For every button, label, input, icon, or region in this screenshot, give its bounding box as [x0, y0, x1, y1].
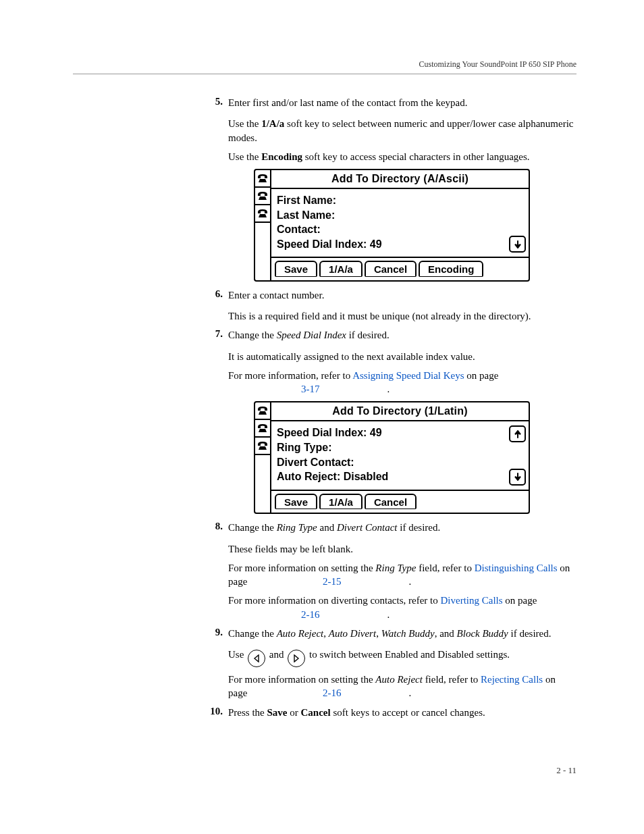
step5-main: Enter first and/or last name of the cont…: [228, 96, 576, 109]
softkey-save: Save: [275, 261, 317, 277]
softkey-mode: 1/A/a: [319, 261, 363, 277]
line-icon: [255, 438, 270, 455]
lcd2-line: Auto Reject: Disabled: [277, 469, 507, 484]
softkey-cancel: Cancel: [365, 494, 417, 510]
line-icon: [255, 188, 270, 205]
line-icon: [255, 170, 270, 188]
step5-p3: Use the Encoding soft key to access spec…: [228, 150, 576, 163]
lcd1-line: Speed Dial Index: 49: [277, 237, 507, 252]
step-number: 9.: [205, 627, 223, 638]
step-number: 6.: [205, 288, 223, 300]
step-number: 7.: [205, 328, 223, 340]
page-ref[interactable]: 3-17: [228, 324, 387, 394]
line-icon: [255, 420, 270, 438]
lcd2-line: Ring Type:: [277, 440, 507, 455]
lcd1-line: Contact:: [277, 222, 507, 237]
link-distinguishing-calls[interactable]: Distinguishing Calls: [475, 563, 558, 573]
scroll-down-icon: [509, 469, 526, 486]
running-header: Customizing Your SoundPoint IP 650 SIP P…: [73, 59, 576, 70]
softkey-encoding: Encoding: [419, 261, 483, 277]
lcd2-line: Divert Contact:: [277, 455, 507, 470]
header-rule: [73, 74, 576, 74]
step10-main: Press the Save or Cancel soft keys to ac…: [228, 706, 576, 719]
lcd1-title: Add To Directory (A/Ascii): [271, 170, 529, 189]
link-diverting-calls[interactable]: Diverting Calls: [441, 595, 503, 606]
lcd1-line: Last Name:: [277, 208, 507, 223]
link-rejecting-calls[interactable]: Rejecting Calls: [481, 674, 543, 685]
softkey-mode: 1/A/a: [319, 494, 363, 510]
lcd1-line: First Name:: [277, 193, 507, 208]
content-column: 5. Enter first and/or last name of the c…: [205, 96, 576, 725]
softkey-save: Save: [275, 494, 317, 510]
line-icon: [255, 205, 270, 223]
scroll-down-icon: [509, 236, 526, 253]
lcd-figure-2: Add To Directory (1/Latin) Speed Dial In…: [254, 401, 576, 514]
softkey-cancel: Cancel: [365, 261, 417, 277]
line-icon: [255, 402, 270, 420]
step6-p2: This is a required field and it must be …: [228, 309, 576, 323]
page-ref[interactable]: 2-16: [228, 550, 387, 620]
step-number: 5.: [205, 96, 223, 107]
page-ref[interactable]: 2-16: [250, 628, 409, 698]
lcd2-line: Speed Dial Index: 49: [277, 425, 507, 440]
scroll-up-icon: [509, 425, 526, 442]
step-number: 8.: [205, 521, 223, 532]
step5-p2: Use the 1/A/a soft key to select between…: [228, 117, 576, 145]
step9-p3: For more information on setting the Auto…: [228, 673, 576, 700]
step6-main: Enter a contact number.: [228, 288, 576, 302]
step-number: 10.: [205, 706, 223, 717]
page-number: 2 - 11: [556, 765, 576, 776]
lcd2-title: Add To Directory (1/Latin): [271, 402, 529, 421]
lcd-figure-1: Add To Directory (A/Ascii) First Name: L…: [254, 169, 576, 282]
step8-p4: For more information on diverting contac…: [228, 594, 576, 621]
step7-p3: For more information, refer to Assigning…: [228, 369, 576, 396]
